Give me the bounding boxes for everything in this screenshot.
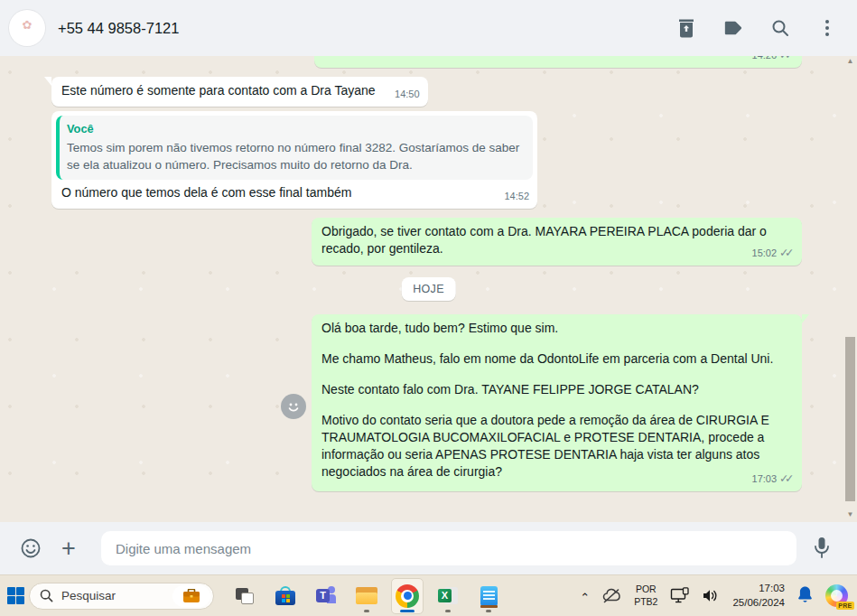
message-text: Este número é somente para contato com a… xyxy=(51,77,428,107)
scrollbar-thumb[interactable] xyxy=(845,337,855,501)
notification-bell-icon[interactable] xyxy=(797,585,813,607)
contact-avatar[interactable] xyxy=(9,10,45,46)
message-time: 14:50 xyxy=(395,86,420,103)
attach-plus-icon[interactable]: + xyxy=(56,536,81,561)
message-paragraph: Motivo do contato seria que a doutora pe… xyxy=(321,412,792,481)
message-text: Obrigado, se tiver contato com a Dra. MA… xyxy=(312,218,802,266)
message-meta: 14:26 xyxy=(752,56,794,64)
message-time: 14:26 xyxy=(752,56,778,64)
notepad-button[interactable] xyxy=(472,578,505,614)
teams-icon: T xyxy=(316,586,336,605)
message-paragraph: Neste contato falo com Dra. TAYANE FELIP… xyxy=(321,381,792,398)
quote-author: Você xyxy=(67,120,524,137)
microphone-icon[interactable] xyxy=(809,536,834,561)
tray-date: 25/06/2024 xyxy=(732,596,785,611)
emoji-picker-icon[interactable] xyxy=(18,536,43,561)
scroll-down-arrow-icon[interactable] xyxy=(844,509,856,520)
message-input[interactable] xyxy=(101,531,796,565)
tray-chevron-up-icon[interactable]: ⌃ xyxy=(580,591,590,604)
chrome-button[interactable] xyxy=(391,578,424,614)
composer-bar: + xyxy=(0,522,857,574)
whatsapp-window: +55 44 9858-7121 14:26 xyxy=(0,0,857,616)
volume-icon[interactable] xyxy=(702,588,720,603)
message-bubble[interactable]: Olá boa tarde, tudo bem? Estimo que sim.… xyxy=(312,314,802,491)
kebab-menu-icon[interactable] xyxy=(817,18,837,38)
running-indicator xyxy=(486,610,491,612)
bubble-tail xyxy=(802,314,809,323)
teams-button[interactable]: T xyxy=(310,578,342,614)
network-icon[interactable] xyxy=(670,587,689,604)
clock[interactable]: 17:03 25/06/2024 xyxy=(732,582,785,610)
bubble-tail xyxy=(44,77,51,86)
notepad-icon xyxy=(480,586,498,606)
language-indicator[interactable]: POR PTB2 xyxy=(634,583,657,607)
scroll-up-arrow-icon[interactable] xyxy=(844,56,856,67)
chrome-icon xyxy=(396,584,419,608)
label-icon[interactable] xyxy=(723,18,743,38)
quote-text: Temos sim porem não tivemos retorno no n… xyxy=(67,139,524,173)
system-tray: ⌃ POR PTB2 17:03 25/06/2024 xyxy=(580,582,857,610)
copilot-icon[interactable]: PRE xyxy=(825,584,848,607)
excel-icon: X xyxy=(438,586,458,605)
scrollbar[interactable] xyxy=(844,56,856,522)
windows-logo-icon xyxy=(7,587,24,604)
tray-time: 17:03 xyxy=(732,582,785,596)
search-icon xyxy=(40,589,53,602)
date-divider: HOJE xyxy=(401,277,456,301)
taskbar-apps: T X xyxy=(228,578,505,614)
message-time: 14:52 xyxy=(504,188,529,205)
microsoft-store-button[interactable] xyxy=(269,578,302,614)
search-icon[interactable] xyxy=(770,18,790,38)
message-bubble[interactable]: Este número é somente para contato com a… xyxy=(51,77,428,107)
message-bubble[interactable]: Você Temos sim porem não tivemos retorno… xyxy=(51,111,537,209)
excel-button[interactable]: X xyxy=(432,578,464,614)
task-view-icon xyxy=(236,588,254,604)
message-paragraph: Me chamo Matheus, falo em nome da Odonto… xyxy=(321,350,792,368)
message-text: O número que temos dela é com esse final… xyxy=(51,182,537,209)
message-time: 15:02 xyxy=(752,245,778,262)
briefcase-icon xyxy=(182,589,200,603)
task-view-button[interactable] xyxy=(228,578,261,614)
double-check-icon xyxy=(779,473,794,485)
quoted-message[interactable]: Você Temos sim porem não tivemos retorno… xyxy=(56,116,533,180)
double-check-icon xyxy=(779,56,794,61)
message-time: 17:03 xyxy=(752,471,778,488)
running-indicator xyxy=(364,610,369,612)
file-explorer-button[interactable] xyxy=(350,578,383,614)
chat-header: +55 44 9858-7121 xyxy=(0,0,857,56)
microsoft-store-icon xyxy=(275,586,295,605)
search-highlight-briefcase[interactable] xyxy=(172,585,210,607)
onedrive-paused-icon[interactable] xyxy=(602,588,621,604)
header-actions xyxy=(676,18,837,38)
trash-icon[interactable] xyxy=(676,18,696,38)
message-bubble-partial[interactable]: 14:26 xyxy=(314,56,802,68)
message-paragraph: Olá boa tarde, tudo bem? Estimo que sim. xyxy=(321,320,792,337)
react-emoji-button[interactable] xyxy=(281,394,306,419)
double-check-icon xyxy=(779,247,794,259)
message-bubble[interactable]: Obrigado, se tiver contato com a Dra. MA… xyxy=(312,218,802,266)
taskbar-search[interactable]: Pesquisar xyxy=(29,583,214,610)
copilot-pre-badge: PRE xyxy=(836,602,854,610)
active-indicator xyxy=(400,610,415,612)
contact-name[interactable]: +55 44 9858-7121 xyxy=(58,20,676,37)
folder-icon xyxy=(356,587,377,604)
windows-taskbar: Pesquisar T xyxy=(0,574,857,616)
start-button[interactable] xyxy=(2,578,29,614)
chat-area: 14:26 Este número é somente para contato… xyxy=(0,56,857,522)
search-label: Pesquisar xyxy=(61,589,172,602)
running-indicator xyxy=(445,610,451,612)
